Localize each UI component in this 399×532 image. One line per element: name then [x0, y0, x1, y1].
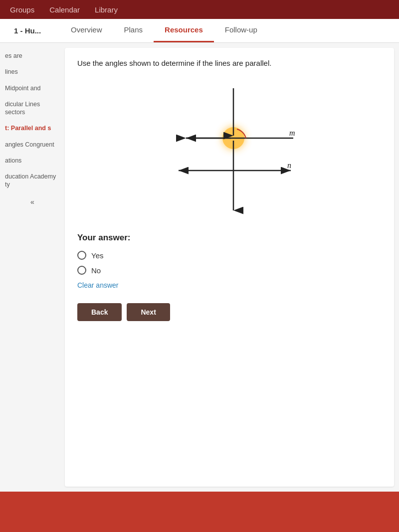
sub-nav-title: 1 - Hu...	[5, 26, 60, 35]
nav-calendar[interactable]: Calendar	[49, 5, 80, 14]
radio-yes[interactable]: Yes	[77, 251, 379, 260]
sidebar-item-5[interactable]: angles Congruent	[0, 137, 65, 153]
line-m-label: m	[289, 129, 295, 137]
button-row: Back Next	[77, 303, 379, 321]
content-area: Use the angles shown to determine if the…	[65, 48, 394, 487]
nav-library[interactable]: Library	[95, 5, 118, 14]
sidebar-item-6[interactable]: ations	[0, 153, 65, 169]
question-text: Use the angles shown to determine if the…	[77, 58, 379, 68]
radio-no-label: No	[91, 266, 101, 275]
radio-no-circle[interactable]	[77, 266, 86, 275]
sub-nav-tabs: Overview Plans Resources Follow-up	[60, 19, 268, 42]
sidebar-item-2[interactable]: Midpoint and	[0, 80, 65, 96]
radio-yes-label: Yes	[91, 251, 103, 260]
sidebar-item-4[interactable]: t: Parallel and s	[0, 120, 65, 136]
nav-groups[interactable]: Groups	[10, 5, 34, 14]
next-button[interactable]: Next	[127, 303, 170, 321]
top-nav: Groups Calendar Library	[0, 0, 399, 19]
tab-plans[interactable]: Plans	[113, 18, 154, 42]
main-wrapper: es are lines Midpoint and dicular Lines …	[0, 43, 399, 492]
geometry-diagram: m n	[149, 78, 308, 218]
tab-followup[interactable]: Follow-up	[214, 18, 268, 42]
sidebar-item-7[interactable]: ducation Academy ty	[0, 169, 65, 193]
sub-nav: 1 - Hu... Overview Plans Resources Follo…	[0, 19, 399, 43]
bottom-area	[0, 492, 399, 532]
diagram-container: m n	[77, 78, 379, 218]
sidebar: es are lines Midpoint and dicular Lines …	[0, 43, 65, 492]
line-n-label: n	[287, 161, 291, 170]
radio-no[interactable]: No	[77, 266, 379, 275]
clear-answer-link[interactable]: Clear answer	[77, 281, 118, 289]
sidebar-collapse-button[interactable]: «	[0, 193, 65, 211]
back-button[interactable]: Back	[77, 303, 122, 321]
sidebar-item-3[interactable]: dicular Lines sectors	[0, 96, 65, 121]
tab-resources[interactable]: Resources	[154, 18, 214, 42]
radio-yes-circle[interactable]	[77, 251, 86, 260]
your-answer-label: Your answer:	[77, 233, 379, 243]
sidebar-item-1[interactable]: lines	[0, 64, 65, 80]
tab-overview[interactable]: Overview	[60, 18, 113, 42]
sidebar-item-0[interactable]: es are	[0, 48, 65, 64]
